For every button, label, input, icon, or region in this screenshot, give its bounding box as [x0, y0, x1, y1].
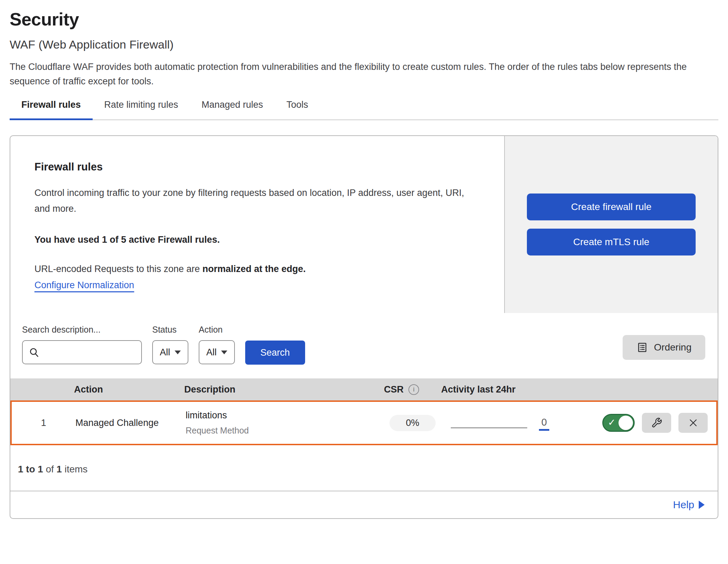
- rule-enabled-toggle[interactable]: ✓: [602, 414, 635, 432]
- ordering-list-icon: [636, 342, 648, 353]
- rule-order: 1: [12, 418, 75, 428]
- column-action: Action: [74, 384, 184, 395]
- security-waf-page: Security WAF (Web Application Firewall) …: [0, 0, 728, 519]
- activity-count-link[interactable]: 0: [539, 417, 549, 431]
- help-arrow-icon: [699, 501, 705, 509]
- ordering-button[interactable]: Ordering: [623, 335, 705, 360]
- column-csr: CSR: [384, 384, 404, 395]
- tab-managed-rules[interactable]: Managed rules: [190, 93, 275, 120]
- firewall-rules-intro-section: Firewall rules Control incoming traffic …: [10, 136, 718, 313]
- activity-sparkline: [451, 427, 527, 428]
- section-heading: Firewall rules: [34, 161, 480, 173]
- wrench-icon: [651, 417, 662, 428]
- configure-normalization-link[interactable]: Configure Normalization: [34, 280, 134, 291]
- pagination-summary: 1 to 1 of 1 items: [10, 445, 718, 491]
- create-mtls-rule-button[interactable]: Create mTLS rule: [527, 229, 696, 255]
- table-header: Action Description CSR i Activity last 2…: [10, 378, 718, 400]
- firewall-rules-card: Firewall rules Control incoming traffic …: [10, 135, 718, 519]
- usage-summary: You have used 1 of 5 active Firewall rul…: [34, 234, 480, 245]
- toggle-knob: [618, 416, 633, 430]
- action-select[interactable]: All: [199, 340, 235, 364]
- tab-tools[interactable]: Tools: [275, 93, 320, 120]
- edit-rule-button[interactable]: [642, 413, 671, 433]
- normalization-note: URL-encoded Requests to this zone are no…: [34, 264, 480, 274]
- search-description-label: Search description...: [22, 325, 142, 335]
- check-icon: ✓: [608, 417, 616, 428]
- status-select[interactable]: All: [152, 340, 188, 364]
- info-icon[interactable]: i: [408, 384, 419, 395]
- tab-rate-limiting-rules[interactable]: Rate limiting rules: [93, 93, 190, 120]
- close-icon: [688, 418, 698, 428]
- chevron-down-icon: [221, 351, 227, 354]
- action-label: Action: [199, 325, 235, 335]
- rule-action: Managed Challenge: [75, 418, 186, 428]
- create-firewall-rule-button[interactable]: Create firewall rule: [527, 194, 696, 220]
- tab-bar: Firewall rules Rate limiting rules Manag…: [10, 93, 718, 120]
- page-subtitle: WAF (Web Application Firewall): [10, 38, 718, 51]
- status-label: Status: [152, 325, 188, 335]
- table-row: 1 Managed Challenge limitations Request …: [10, 400, 718, 445]
- column-activity: Activity last 24hr: [439, 384, 584, 395]
- search-description-input[interactable]: [22, 340, 142, 364]
- page-title: Security: [10, 9, 718, 30]
- search-field: [22, 340, 142, 364]
- create-actions-panel: Create firewall rule Create mTLS rule: [504, 136, 718, 313]
- search-button[interactable]: Search: [245, 341, 305, 365]
- rule-expression: Request Method: [186, 426, 378, 436]
- tab-firewall-rules[interactable]: Firewall rules: [10, 93, 93, 120]
- csr-badge: 0%: [389, 415, 436, 431]
- rule-description: limitations: [186, 410, 378, 421]
- help-row: Help: [10, 491, 718, 518]
- page-description: The Cloudflare WAF provides both automat…: [10, 60, 716, 88]
- help-link[interactable]: Help: [673, 499, 705, 511]
- delete-rule-button[interactable]: [678, 413, 708, 433]
- section-description: Control incoming traffic to your zone by…: [34, 185, 472, 217]
- chevron-down-icon: [175, 351, 181, 354]
- search-icon: [29, 347, 40, 358]
- filter-bar: Search description... Status All Action …: [10, 313, 718, 378]
- column-description: Description: [184, 384, 377, 395]
